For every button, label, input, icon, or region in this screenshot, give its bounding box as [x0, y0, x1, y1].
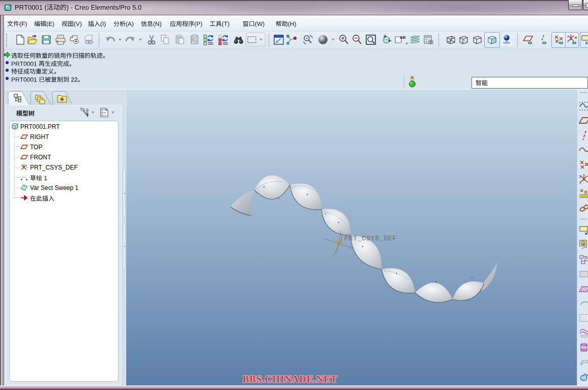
svg-text:A: A [582, 241, 585, 246]
svg-text:PRT_CSYS_DEF: PRT_CSYS_DEF [344, 235, 397, 242]
svg-text:y: y [567, 35, 569, 38]
svg-text:z: z [567, 40, 569, 43]
svg-text:z: z [579, 181, 581, 184]
svg-text:y: y [579, 174, 581, 178]
svg-text:AB: AB [400, 35, 405, 40]
